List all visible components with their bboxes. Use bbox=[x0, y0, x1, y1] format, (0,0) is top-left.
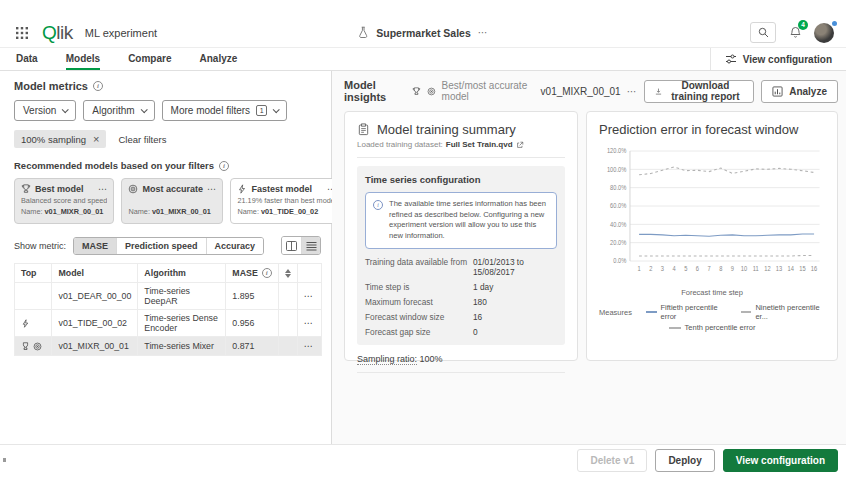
workspace-name: Supermarket Sales bbox=[376, 27, 471, 39]
svg-text:13: 13 bbox=[776, 266, 783, 272]
delete-version-button[interactable]: Delete v1 bbox=[577, 449, 647, 472]
chart-title: Prediction error in forecast window bbox=[599, 122, 825, 137]
view-configuration-link[interactable]: View configuration bbox=[710, 48, 846, 70]
svg-text:5: 5 bbox=[684, 266, 688, 272]
clear-filters-link[interactable]: Clear filters bbox=[118, 134, 166, 145]
svg-text:7: 7 bbox=[707, 266, 711, 272]
qlik-logo[interactable]: Qlik bbox=[42, 23, 73, 42]
row-actions-button[interactable]: ⋯ bbox=[297, 337, 321, 356]
best-model-card[interactable]: Best model ⋯ Balanced score and speed Na… bbox=[14, 178, 114, 224]
insights-context: Best/most accurate model bbox=[442, 80, 535, 102]
notifications-button[interactable]: 4 bbox=[786, 24, 804, 42]
show-metric-label: Show metric: bbox=[14, 241, 66, 251]
download-training-report-button[interactable]: Download training report bbox=[644, 80, 755, 103]
info-icon[interactable]: i bbox=[93, 81, 103, 91]
col-header-mase[interactable]: MASEi bbox=[226, 264, 278, 283]
field-value: 01/01/2013 to 15/08/2017 bbox=[473, 257, 557, 277]
fastest-model-card[interactable]: Fastest model ⋯ 21.19% faster than best … bbox=[230, 178, 343, 224]
col-header-algorithm[interactable]: Algorithm bbox=[138, 264, 226, 283]
list-view-icon bbox=[306, 241, 317, 251]
deploy-button[interactable]: Deploy bbox=[655, 449, 714, 472]
row-actions-button[interactable]: ⋯ bbox=[297, 283, 321, 310]
model-training-summary-card: Model training summary Loaded training d… bbox=[344, 111, 578, 361]
insights-title: Model insights bbox=[344, 79, 406, 103]
svg-text:40.0%: 40.0% bbox=[610, 221, 627, 227]
model-insights-panel: Model insights Best/most accurate model … bbox=[332, 71, 846, 444]
search-icon bbox=[758, 27, 769, 38]
time-series-configuration-section: Time series configuration i The availabl… bbox=[357, 166, 565, 345]
insights-more-button[interactable]: ⋯ bbox=[627, 86, 638, 97]
top-bar: Qlik ML experiment Supermarket Sales ⋯ 4 bbox=[0, 18, 846, 48]
user-avatar[interactable] bbox=[814, 23, 834, 43]
tab-compare[interactable]: Compare bbox=[128, 48, 171, 70]
insights-model-name: v01_MIXR_00_01 bbox=[541, 86, 621, 97]
table-row[interactable]: v01_DEAR_00_00 Time-series DeepAR 1.895 … bbox=[15, 283, 322, 310]
version-filter-dropdown[interactable]: Version bbox=[14, 100, 76, 121]
grid-icon bbox=[16, 27, 28, 39]
remove-chip-icon[interactable]: × bbox=[93, 133, 99, 145]
search-button[interactable] bbox=[750, 22, 776, 43]
info-icon[interactable]: i bbox=[219, 161, 229, 171]
svg-text:20.0%: 20.0% bbox=[610, 240, 627, 246]
most-accurate-card[interactable]: Most accurate ⋯ Name: v01_MIXR_00_01 bbox=[121, 178, 223, 224]
card-view-icon bbox=[286, 241, 297, 251]
card-more-button[interactable]: ⋯ bbox=[98, 184, 108, 194]
divider bbox=[357, 372, 565, 373]
dataset-link[interactable]: Full Set Train.qvd bbox=[446, 140, 513, 149]
sampling-filter-chip[interactable]: 100% sampling × bbox=[14, 130, 106, 148]
field-label: Forecast window size bbox=[365, 312, 473, 322]
workspace-more-button[interactable]: ⋯ bbox=[478, 27, 489, 38]
field-value: 16 bbox=[473, 312, 482, 322]
tab-analyze[interactable]: Analyze bbox=[200, 48, 238, 70]
legend-item-fiftieth[interactable]: Fiftieth percentile error bbox=[646, 303, 727, 321]
field-label: Training data available from bbox=[365, 257, 473, 277]
table-row[interactable]: v01_TIDE_00_02 Time-series Dense Encoder… bbox=[15, 310, 322, 337]
metric-prediction-speed-button[interactable]: Prediction speed bbox=[116, 238, 206, 254]
analyze-button[interactable]: Analyze bbox=[761, 80, 838, 103]
svg-text:60.0%: 60.0% bbox=[610, 203, 627, 209]
col-header-top[interactable]: Top bbox=[15, 264, 52, 283]
target-icon bbox=[427, 86, 436, 97]
card-view-toggle[interactable] bbox=[282, 237, 301, 254]
experiment-flask-icon bbox=[357, 26, 369, 39]
tab-models[interactable]: Models bbox=[66, 48, 100, 70]
chevron-down-icon bbox=[273, 106, 280, 113]
list-view-toggle[interactable] bbox=[301, 237, 320, 254]
sampling-ratio-value: 100% bbox=[420, 354, 443, 364]
notification-badge: 4 bbox=[798, 20, 808, 30]
legend-item-ninetieth[interactable]: Ninetieth percentile er... bbox=[741, 303, 825, 321]
table-row-selected[interactable]: v01_MIXR_00_01 Time-series Mixer 0.871 ⋯ bbox=[15, 337, 322, 356]
presence-dot bbox=[832, 21, 837, 26]
svg-text:100.0%: 100.0% bbox=[607, 166, 627, 172]
col-header-sort[interactable] bbox=[278, 264, 297, 283]
legend-item-tenth[interactable]: Tenth percentile error bbox=[669, 323, 756, 332]
download-icon bbox=[655, 86, 662, 97]
card-more-button[interactable]: ⋯ bbox=[207, 184, 217, 194]
x-axis-label: Forecast time step bbox=[599, 288, 825, 297]
svg-text:12: 12 bbox=[764, 266, 771, 272]
app-window: Qlik ML experiment Supermarket Sales ⋯ 4… bbox=[0, 0, 846, 496]
view-configuration-button[interactable]: View configuration bbox=[723, 449, 838, 472]
bar-chart-icon bbox=[772, 86, 783, 97]
tab-data[interactable]: Data bbox=[16, 48, 38, 70]
col-header-model[interactable]: Model bbox=[52, 264, 138, 283]
app-launcher-button[interactable] bbox=[12, 23, 32, 43]
divider bbox=[357, 157, 565, 158]
svg-text:9: 9 bbox=[731, 266, 735, 272]
svg-text:3: 3 bbox=[661, 266, 665, 272]
view-toggle-group bbox=[281, 236, 321, 255]
algorithm-filter-dropdown[interactable]: Algorithm bbox=[83, 100, 154, 121]
trophy-icon bbox=[21, 342, 30, 351]
more-model-filters-dropdown[interactable]: More model filters 1 bbox=[162, 100, 287, 121]
chart-legend: Measures Fiftieth percentile error Ninet… bbox=[599, 303, 825, 332]
sort-icon[interactable] bbox=[285, 269, 291, 278]
info-icon[interactable]: i bbox=[262, 268, 272, 278]
metric-accuracy-button[interactable]: Accuracy bbox=[206, 238, 264, 254]
sliders-icon bbox=[725, 53, 737, 65]
svg-text:2: 2 bbox=[649, 266, 653, 272]
clipboard-icon bbox=[357, 123, 370, 136]
field-label: Time step is bbox=[365, 282, 473, 292]
row-actions-button[interactable]: ⋯ bbox=[297, 310, 321, 337]
prediction-error-chart[interactable]: 0.0%20.0%40.0%60.0%80.0%100.0%120.0%1234… bbox=[599, 143, 825, 283]
metric-mase-button[interactable]: MASE bbox=[74, 238, 116, 254]
